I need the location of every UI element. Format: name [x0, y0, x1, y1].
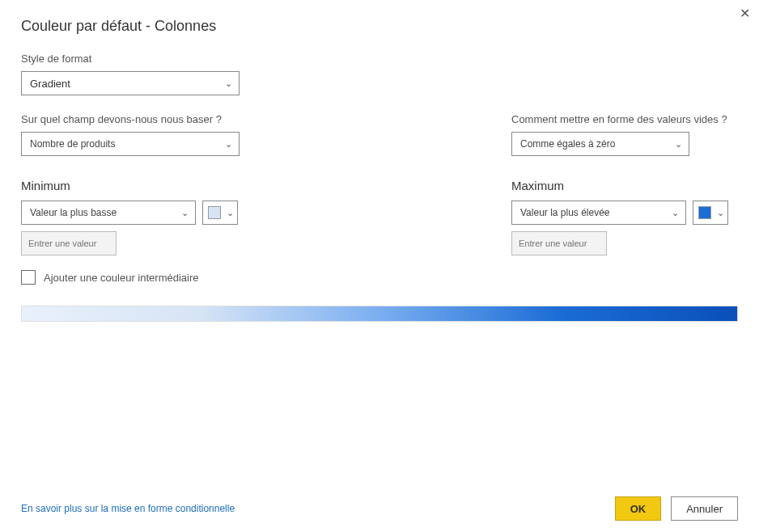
empty-values-value: Comme égales à zéro — [512, 138, 668, 150]
minimum-dropdown[interactable]: Valeur la plus basse ⌄ — [21, 201, 196, 225]
close-icon: ✕ — [740, 6, 750, 21]
maximum-dropdown[interactable]: Valeur la plus élevée ⌄ — [511, 201, 686, 225]
chevron-down-icon: ⌄ — [717, 208, 724, 218]
minimum-value-input — [21, 231, 117, 255]
chevron-down-icon: ⌄ — [218, 139, 239, 150]
chevron-down-icon: ⌄ — [227, 208, 234, 218]
cancel-button[interactable]: Annuler — [671, 496, 738, 521]
dialog-title: Couleur par défaut - Colonnes — [21, 18, 216, 35]
format-style-value: Gradient — [22, 78, 218, 90]
based-on-field-value: Nombre de produits — [22, 138, 218, 150]
maximum-color-picker[interactable]: ⌄ — [693, 201, 728, 225]
minimum-dropdown-value: Valeur la plus basse — [22, 207, 174, 218]
based-on-field-dropdown[interactable]: Nombre de produits ⌄ — [21, 132, 240, 156]
chevron-down-icon: ⌄ — [218, 78, 239, 89]
format-style-dropdown[interactable]: Gradient ⌄ — [21, 71, 240, 95]
intermediate-color-label: Ajouter une couleur intermédiaire — [44, 272, 199, 284]
maximum-dropdown-value: Valeur la plus élevée — [512, 207, 664, 218]
maximum-label: Maximum — [511, 179, 738, 192]
empty-values-label: Comment mettre en forme des valeurs vide… — [511, 113, 738, 125]
maximum-color-swatch — [698, 206, 711, 219]
learn-more-link[interactable]: En savoir plus sur la mise en forme cond… — [21, 503, 235, 514]
gradient-preview-bar — [21, 306, 738, 322]
intermediate-color-checkbox[interactable] — [21, 270, 36, 285]
chevron-down-icon: ⌄ — [174, 208, 195, 218]
based-on-field-label: Sur quel champ devons-nous nous baser ? — [21, 113, 264, 125]
format-style-label: Style de format — [21, 53, 738, 65]
close-button[interactable]: ✕ — [738, 6, 751, 19]
minimum-color-picker[interactable]: ⌄ — [202, 201, 238, 225]
maximum-value-input — [511, 231, 607, 255]
ok-button[interactable]: OK — [615, 496, 662, 521]
minimum-color-swatch — [208, 206, 221, 219]
empty-values-dropdown[interactable]: Comme égales à zéro ⌄ — [511, 132, 689, 156]
minimum-label: Minimum — [21, 179, 264, 192]
chevron-down-icon: ⌄ — [668, 139, 689, 150]
chevron-down-icon: ⌄ — [664, 208, 685, 218]
